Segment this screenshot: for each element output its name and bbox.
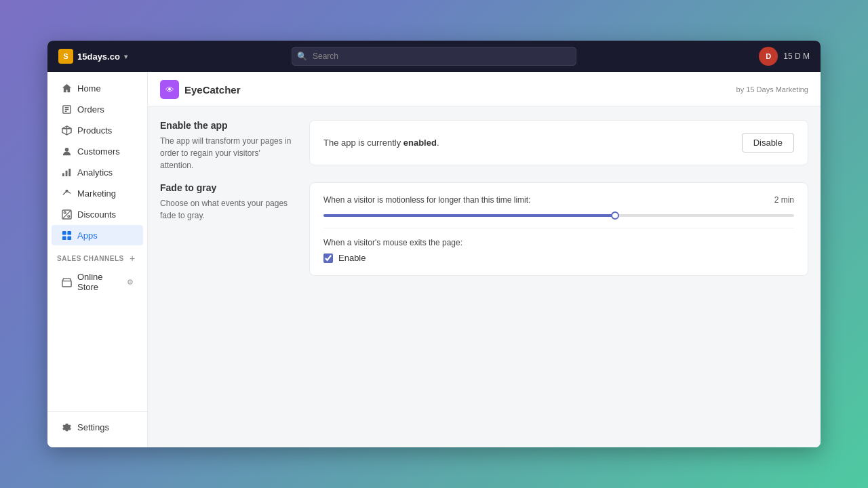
svg-rect-8 (62, 173, 64, 176)
brand[interactable]: S 15days.co ▾ (58, 49, 167, 64)
sidebar-label-online-store: Online Store (77, 272, 121, 292)
enable-status-text: The app is currently enabled. (323, 138, 439, 148)
sidebar-bottom: Settings (47, 411, 147, 442)
slider-track (323, 214, 794, 217)
sidebar-label-products: Products (77, 125, 112, 136)
add-sales-channel-button[interactable]: + (127, 253, 138, 264)
analytics-icon (61, 167, 72, 178)
timer-label: 15 D M (783, 52, 810, 61)
sales-channels-label: Sales Channels (57, 255, 124, 262)
disable-button[interactable]: Disable (742, 133, 794, 152)
marketing-icon (61, 188, 72, 199)
topbar-right: D 15 D M (701, 47, 810, 66)
sidebar-label-apps: Apps (77, 230, 98, 241)
sidebar-label-orders: Orders (77, 104, 104, 115)
sidebar-label-customers: Customers (77, 146, 120, 157)
svg-point-12 (64, 211, 66, 214)
enable-checkbox[interactable] (323, 253, 333, 263)
enable-status-value: enabled (403, 138, 437, 148)
enable-status-period: . (437, 138, 439, 148)
svg-rect-17 (67, 230, 71, 235)
enable-section-title: Enable the app (160, 120, 296, 131)
slider-fill (323, 214, 615, 217)
svg-point-13 (67, 215, 69, 217)
mouse-exit-label: When a visitor's mouse exits the page: (323, 238, 794, 247)
main-layout: Home Orders Products (47, 72, 821, 447)
settings-icon (61, 422, 72, 432)
search-bar: 🔍 (292, 47, 576, 66)
topbar: S 15days.co ▾ 🔍 D 15 D M (47, 41, 821, 72)
fade-section-title: Fade to gray (160, 182, 296, 193)
sidebar-item-analytics[interactable]: Analytics (52, 162, 143, 182)
sidebar-item-orders[interactable]: Orders (52, 99, 143, 119)
svg-rect-18 (62, 236, 66, 240)
home-icon (61, 83, 72, 94)
search-input[interactable] (292, 47, 576, 66)
content-area: 👁 EyeCatcher by 15 Days Marketing Enable… (148, 72, 821, 447)
svg-rect-9 (65, 170, 67, 176)
time-limit-label: When a visitor is motionless for longer … (323, 195, 530, 205)
enable-checkbox-row[interactable]: Enable (323, 253, 794, 263)
orders-icon (61, 104, 72, 115)
sidebar-item-settings[interactable]: Settings (52, 417, 143, 437)
fade-section-left: Fade to gray Choose on what events your … (160, 182, 296, 222)
svg-rect-10 (68, 168, 71, 176)
svg-rect-16 (62, 230, 66, 235)
apps-icon (61, 230, 72, 241)
enable-section-desc: The app will transform your pages in ord… (160, 135, 296, 171)
sidebar-item-marketing[interactable]: Marketing (52, 183, 143, 203)
enable-section-left: Enable the app The app will transform yo… (160, 120, 296, 171)
sidebar-label-home: Home (77, 83, 101, 94)
sidebar-label-marketing: Marketing (77, 188, 116, 199)
app-title-row: 👁 EyeCatcher (160, 80, 241, 99)
sidebar-item-apps[interactable]: Apps (52, 225, 143, 245)
fade-section-desc: Choose on what events your pages fade to… (160, 197, 296, 222)
sidebar-label-settings: Settings (77, 422, 109, 432)
svg-rect-19 (67, 236, 71, 240)
sidebar-nav: Home Orders Products (47, 77, 147, 411)
app-name: EyeCatcher (184, 84, 241, 96)
enable-checkbox-label: Enable (338, 253, 366, 263)
fade-section-card: When a visitor is motionless for longer … (309, 182, 808, 276)
products-icon (61, 125, 72, 136)
avatar: D (759, 47, 778, 66)
sidebar-label-discounts: Discounts (77, 209, 116, 220)
customers-icon (61, 146, 72, 157)
discounts-icon (61, 209, 72, 220)
svg-point-7 (64, 147, 68, 151)
svg-point-11 (66, 190, 68, 192)
online-store-settings-icon: ⚙ (127, 278, 134, 287)
sidebar-item-online-store[interactable]: Online Store ⚙ (52, 267, 143, 297)
sidebar-item-products[interactable]: Products (52, 120, 143, 140)
enable-section-card: The app is currently enabled. Disable (309, 120, 808, 165)
sidebar: Home Orders Products (47, 72, 148, 447)
sidebar-item-discounts[interactable]: Discounts (52, 204, 143, 224)
sidebar-label-analytics: Analytics (77, 167, 113, 178)
enable-row: The app is currently enabled. Disable (323, 133, 794, 152)
time-limit-row: When a visitor is motionless for longer … (323, 195, 794, 205)
mouse-exit-row: When a visitor's mouse exits the page: E… (323, 228, 794, 263)
slider-thumb[interactable] (611, 211, 619, 220)
fade-section-row: Fade to gray Choose on what events your … (160, 182, 808, 276)
brand-icon: S (58, 49, 73, 64)
enable-section-row: Enable the app The app will transform yo… (160, 120, 808, 171)
content-header: 👁 EyeCatcher by 15 Days Marketing (148, 72, 821, 106)
time-value: 2 min (774, 195, 794, 205)
sidebar-item-customers[interactable]: Customers (52, 141, 143, 161)
app-icon: 👁 (160, 80, 179, 99)
brand-chevron-icon: ▾ (124, 53, 127, 60)
sales-channels-section: Sales Channels + (47, 246, 147, 266)
svg-rect-20 (62, 281, 71, 286)
brand-label: 15days.co (77, 52, 120, 62)
enable-status-prefix: The app is currently (323, 138, 403, 148)
app-provider: by 15 Days Marketing (736, 85, 808, 94)
content-body: Enable the app The app will transform yo… (148, 106, 821, 289)
sidebar-item-home[interactable]: Home (52, 78, 143, 98)
store-icon (61, 277, 72, 287)
slider-container[interactable] (323, 214, 794, 217)
search-icon: 🔍 (297, 52, 307, 61)
